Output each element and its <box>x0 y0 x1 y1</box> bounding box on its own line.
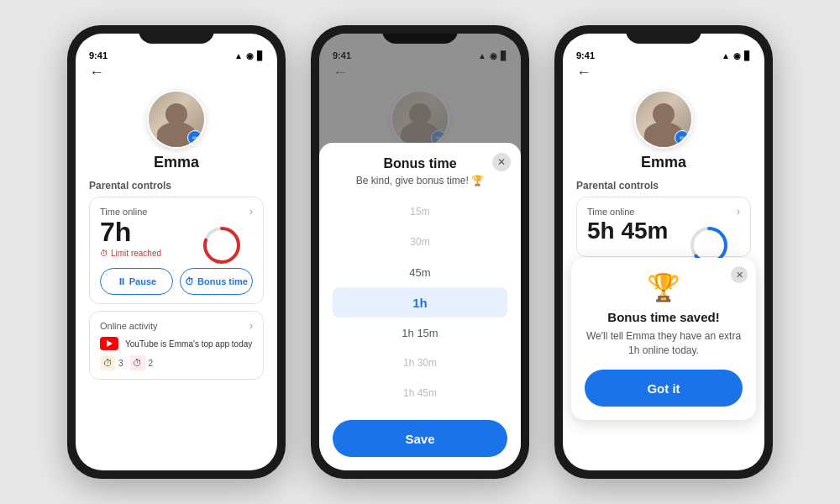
time-value-3: 5h 45m <box>587 218 669 244</box>
phone-1: 9:41 ▲ ◉ ▊ ← ✏ Emma Parental controls <box>67 25 286 479</box>
stat-icon-2: ⏱ <box>130 355 145 370</box>
modal-title: Bonus time <box>333 156 507 171</box>
bonus-time-modal: ✕ Bonus time Be kind, give bonus time! 🏆… <box>319 143 521 470</box>
time-option-15m[interactable]: 15m <box>333 197 507 227</box>
signal-icon-1: ▲ <box>234 51 243 60</box>
time-value-1: 7h <box>100 217 131 247</box>
stat-item-1: ⏱ 3 <box>100 355 123 370</box>
modal-subtitle: Be kind, give bonus time! 🏆 <box>333 175 507 186</box>
got-it-label: Got it <box>647 381 680 396</box>
stat-icon-1: ⏱ <box>100 355 115 370</box>
edit-avatar-badge-3[interactable]: ✏ <box>675 130 690 145</box>
limit-text-1: Limit reached <box>111 249 161 258</box>
time-online-header-1: Time online › <box>100 206 253 218</box>
save-button[interactable]: Save <box>333 420 507 457</box>
limit-icon-1: ⏱ <box>100 249 108 258</box>
stat-value-1: 3 <box>118 359 123 368</box>
stat-item-2: ⏱ 2 <box>130 355 154 370</box>
phone-2: 9:41 ▲ ◉ ▊ ← ✏ Emma ✕ Bonus time <box>311 25 529 479</box>
toast-title: Bonus time saved! <box>585 310 743 324</box>
time-option-1h30m[interactable]: 1h 30m <box>333 348 507 378</box>
phone-3: 9:41 ▲ ◉ ▊ ← ✏ Emma Parental controls Ti… <box>554 25 773 479</box>
parental-controls-label-3: Parental controls <box>576 180 751 192</box>
edit-avatar-badge-1[interactable]: ✏ <box>187 130 202 145</box>
screen-3: 9:41 ▲ ◉ ▊ ← ✏ Emma Parental controls Ti… <box>563 34 764 470</box>
screen-2: 9:41 ▲ ◉ ▊ ← ✏ Emma ✕ Bonus time <box>319 34 521 470</box>
back-button-3[interactable]: ← <box>576 64 591 81</box>
parental-controls-label-1: Parental controls <box>89 180 264 192</box>
activity-text-1: YouTube is Emma's top app today <box>125 339 252 349</box>
wifi-icon-3: ◉ <box>733 51 741 60</box>
time-option-1h15m[interactable]: 1h 15m <box>333 318 507 348</box>
user-name-1: Emma <box>154 154 199 171</box>
time-online-label-3: Time online <box>587 207 634 217</box>
youtube-icon-1 <box>100 337 118 350</box>
stat-value-2: 2 <box>149 359 154 368</box>
activity-row-1: YouTube is Emma's top app today <box>100 337 253 350</box>
time-online-card-1: Time online › 7h ⏱ Limit reached <box>89 197 264 304</box>
avatar-container-3: ✏ Emma <box>576 90 751 171</box>
avatar-container-1: ✏ Emma <box>89 90 264 171</box>
time-option-1h45m[interactable]: 1h 45m <box>333 378 507 408</box>
trophy-icon: 🏆 <box>585 271 743 303</box>
stats-row-1: ⏱ 3 ⏱ 2 <box>100 355 253 370</box>
notch-1 <box>139 25 214 44</box>
time-online-header-3: Time online › <box>587 206 740 218</box>
got-it-button[interactable]: Got it <box>585 370 743 407</box>
bonus-time-button-1[interactable]: ⏱ Bonus time <box>180 268 253 295</box>
time-picker: 15m 30m 45m 1h 1h 15m 1h 30m 1h 45m <box>333 197 507 408</box>
time-online-label-1: Time online <box>100 207 147 217</box>
modal-overlay-2: ✕ Bonus time Be kind, give bonus time! 🏆… <box>319 34 521 470</box>
battery-icon-3: ▊ <box>744 51 751 60</box>
bonus-label-1: Bonus time <box>197 276 248 286</box>
toast-close-button[interactable]: ✕ <box>731 266 748 283</box>
battery-icon-1: ▊ <box>257 51 264 60</box>
pause-icon-1: ⏸ <box>117 276 126 286</box>
screen-1: 9:41 ▲ ◉ ▊ ← ✏ Emma Parental controls <box>76 34 277 470</box>
online-activity-label-1: Online activity <box>100 321 157 331</box>
time-option-30m[interactable]: 30m <box>333 227 507 257</box>
status-time-3: 9:41 <box>576 50 595 60</box>
online-activity-card-1: Online activity › YouTube is Emma's top … <box>89 311 264 380</box>
modal-close-button[interactable]: ✕ <box>492 153 511 171</box>
save-label: Save <box>405 432 434 446</box>
online-activity-header-1: Online activity › <box>100 320 253 332</box>
time-online-card-3: Time online › 5h 45m <box>576 197 751 257</box>
pause-label-1: Pause <box>129 276 156 286</box>
action-buttons-1: ⏸ Pause ⏱ Bonus time <box>100 268 253 295</box>
progress-circle-1 <box>201 224 243 270</box>
bonus-icon-1: ⏱ <box>185 276 194 286</box>
user-name-3: Emma <box>641 154 686 171</box>
time-online-chevron-3[interactable]: › <box>737 206 740 218</box>
status-icons-3: ▲ ◉ ▊ <box>722 51 751 60</box>
signal-icon-3: ▲ <box>722 51 730 60</box>
back-button-1[interactable]: ← <box>89 64 104 81</box>
avatar-1: ✏ <box>147 90 206 149</box>
time-online-chevron-1[interactable]: › <box>249 206 253 218</box>
wifi-icon-1: ◉ <box>246 51 254 60</box>
time-option-1h[interactable]: 1h <box>333 287 507 318</box>
time-option-45m[interactable]: 45m <box>333 257 507 287</box>
avatar-3: ✏ <box>634 90 693 149</box>
pause-button-1[interactable]: ⏸ Pause <box>100 268 173 295</box>
app-content-1: ← ✏ Emma Parental controls Time online ›… <box>76 64 277 470</box>
online-activity-chevron-1[interactable]: › <box>249 320 253 332</box>
app-content-3: ← ✏ Emma Parental controls Time online ›… <box>563 64 764 470</box>
bonus-time-toast: ✕ 🏆 Bonus time saved! We'll tell Emma th… <box>571 258 756 420</box>
notch-3 <box>626 25 701 44</box>
status-icons-1: ▲ ◉ ▊ <box>234 51 264 60</box>
status-time-1: 9:41 <box>89 50 108 60</box>
toast-text: We'll tell Emma they have an extra 1h on… <box>585 329 743 358</box>
